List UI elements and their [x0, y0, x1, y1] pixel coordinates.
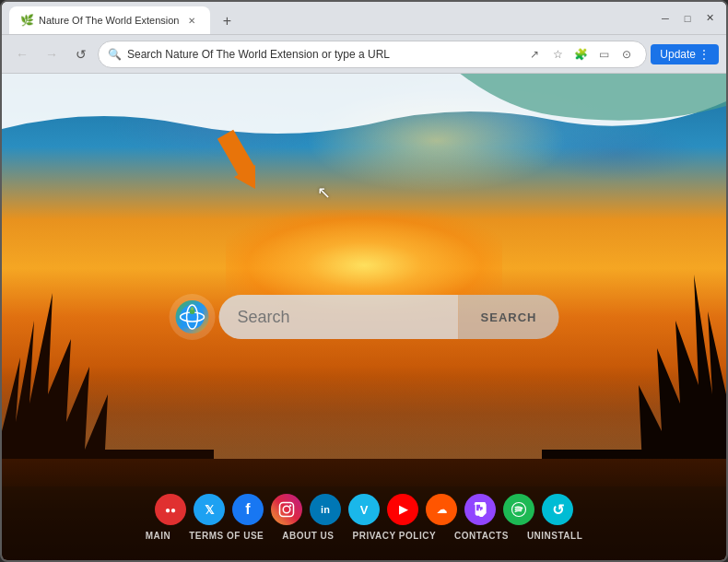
tab-favicon: 🌿 — [20, 14, 33, 27]
address-bar-icon: 🔍 — [108, 48, 122, 61]
refresh-social-icon[interactable]: ↺ — [542, 494, 573, 525]
address-text: Search Nature Of The World Extension or … — [127, 48, 519, 61]
extension-logo — [170, 294, 216, 340]
search-button-label: SEARCH — [481, 310, 537, 324]
twitch-icon[interactable] — [464, 494, 496, 525]
active-tab[interactable]: 🌿 Nature Of The World Extension ✕ — [9, 6, 210, 34]
page-content: ↖ SEARCH — [2, 74, 726, 560]
ground — [2, 459, 726, 486]
nav-main[interactable]: MAIN — [146, 531, 171, 541]
tab-area: 🌿 Nature Of The World Extension ✕ + — [9, 2, 645, 34]
close-button[interactable]: ✕ — [700, 9, 719, 28]
nav-about[interactable]: ABOUT US — [282, 531, 334, 541]
linkedin-icon[interactable]: in — [310, 494, 341, 525]
sidebar-button[interactable]: ▭ — [593, 44, 614, 64]
nav-bar: ← → ↺ 🔍 Search Nature Of The World Exten… — [2, 35, 726, 74]
search-input-container[interactable] — [219, 295, 459, 339]
spotify-icon[interactable] — [503, 494, 534, 525]
search-button[interactable]: SEARCH — [459, 295, 559, 339]
nav-uninstall[interactable]: UNINSTALL — [527, 531, 582, 541]
trees-right — [542, 265, 726, 486]
logo-inner — [176, 300, 209, 334]
extensions-button[interactable]: 🧩 — [570, 44, 591, 64]
back-button[interactable]: ← — [9, 41, 35, 67]
vimeo-icon[interactable]: V — [348, 494, 380, 525]
maximize-button[interactable]: □ — [678, 9, 697, 28]
window-controls: ─ □ ✕ — [656, 9, 719, 28]
tab-title: Nature Of The World Extension — [39, 15, 179, 26]
minimize-button[interactable]: ─ — [656, 9, 675, 28]
share-button[interactable]: ↗ — [524, 44, 545, 64]
nav-contacts[interactable]: CONTACTS — [454, 531, 509, 541]
twitter-icon[interactable]: 𝕏 — [194, 494, 225, 525]
update-button[interactable]: Update ⋮ — [651, 44, 719, 64]
youtube-icon[interactable]: ▶ — [387, 494, 418, 525]
svg-rect-11 — [280, 503, 294, 517]
social-icons-bar: ●● 𝕏 f in V ▶ ☁ — [2, 486, 726, 529]
bottom-nav-links: MAIN TERMS OF USE ABOUT US PRIVACY POLIC… — [146, 529, 583, 546]
menu-dots: ⋮ — [699, 48, 710, 61]
svg-point-13 — [289, 505, 291, 507]
nav-terms[interactable]: TERMS OF USE — [189, 531, 264, 541]
address-bar[interactable]: 🔍 Search Nature Of The World Extension o… — [98, 41, 647, 68]
tab-close-button[interactable]: ✕ — [184, 13, 199, 28]
top-wave — [2, 74, 726, 147]
new-tab-button[interactable]: + — [214, 8, 240, 34]
instagram-icon[interactable] — [271, 494, 302, 525]
bookmark-button[interactable]: ☆ — [547, 44, 568, 64]
soundcloud-icon[interactable]: ☁ — [426, 494, 457, 525]
search-input[interactable] — [238, 308, 440, 327]
nav-privacy[interactable]: PRIVACY POLICY — [353, 531, 437, 541]
forward-button[interactable]: → — [39, 41, 65, 67]
search-widget: SEARCH — [170, 294, 559, 340]
address-actions: ↗ ☆ 🧩 ▭ ⊙ — [524, 44, 637, 64]
update-label: Update — [660, 48, 696, 61]
bottom-bar: ●● 𝕏 f in V ▶ ☁ — [2, 486, 726, 560]
svg-point-12 — [283, 506, 290, 513]
facebook-icon[interactable]: f — [232, 494, 264, 525]
dots-social-icon[interactable]: ●● — [155, 494, 186, 525]
browser-window: 🌿 Nature Of The World Extension ✕ + ─ □ … — [0, 0, 728, 562]
profile-button[interactable]: ⊙ — [616, 44, 637, 64]
refresh-button[interactable]: ↺ — [68, 41, 94, 67]
title-bar: 🌿 Nature Of The World Extension ✕ + ─ □ … — [2, 2, 726, 35]
